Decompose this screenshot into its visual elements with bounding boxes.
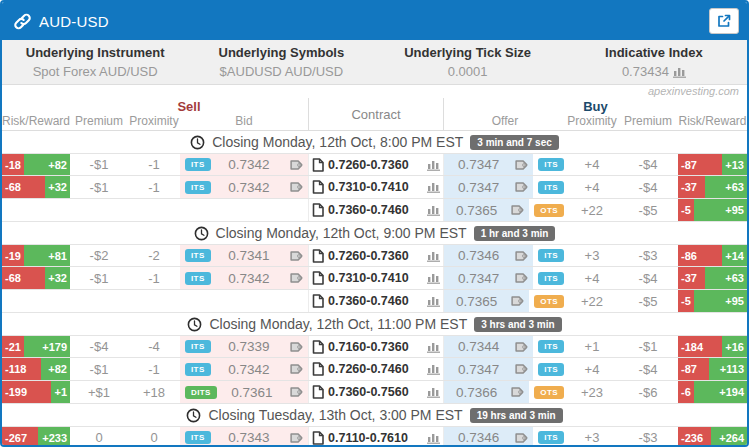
tag-icon[interactable] — [287, 270, 303, 286]
contract-row: -267 +233 0 0 ITS 0.7343 — [2, 426, 747, 447]
tag-icon[interactable] — [508, 384, 524, 400]
sell-risk-reward-bar: -267 +233 — [2, 427, 70, 447]
chart-icon[interactable] — [427, 272, 440, 284]
info-underlying-tick-size: Underlying Tick Size 0.0001 — [375, 45, 561, 80]
contract-cell[interactable]: 0.7360-0.7460 — [308, 290, 444, 312]
offer-price[interactable]: 0.7347 — [449, 157, 508, 172]
link-icon — [14, 13, 31, 30]
chart-icon[interactable] — [427, 250, 440, 262]
sell-premium: -$4 — [70, 336, 128, 357]
expiration-group: Closing Tuesday, 13th Oct, 3:00 PM EST 1… — [2, 404, 747, 447]
offer-price[interactable]: 0.7365 — [449, 203, 504, 218]
tag-icon[interactable] — [512, 157, 528, 173]
buy-reward: +63 — [705, 176, 747, 198]
countdown-badge: 19 hrs and 3 min — [470, 408, 563, 423]
chart-icon[interactable] — [673, 66, 686, 78]
tag-icon[interactable] — [512, 361, 528, 377]
col-sell-premium: Premium — [70, 114, 128, 130]
bid-cell: ITS 0.7339 — [180, 336, 308, 357]
bid-price[interactable]: 0.7342 — [215, 180, 283, 195]
buy-proximity: +1 — [566, 336, 618, 357]
bid-price[interactable]: 0.7343 — [215, 430, 283, 445]
buy-risk: -37 — [678, 176, 705, 198]
sell-premium: 0 — [70, 427, 128, 447]
contract-cell[interactable]: 0.7360-0.7460 — [308, 199, 444, 221]
contract-cell[interactable]: 0.7260-0.7460 — [308, 358, 444, 380]
offer-group: 0.7347 — [444, 267, 533, 289]
tag-icon[interactable] — [287, 384, 303, 400]
col-buy-premium: Premium — [618, 114, 678, 130]
buy-status-badge: OTS — [534, 386, 564, 399]
chart-icon[interactable] — [427, 159, 440, 171]
col-sell-proximity: Proximity — [128, 114, 180, 130]
sell-proximity: -4 — [128, 336, 180, 357]
popout-button[interactable] — [709, 8, 739, 34]
offer-group: 0.7344 — [444, 336, 533, 357]
tag-icon[interactable] — [287, 339, 303, 355]
sell-risk-reward-bar: -19 +81 — [2, 245, 70, 266]
offer-cell-wrap: 0.7365 OTS — [444, 199, 566, 221]
contract-row: 0.7360-0.7460 0.7365 — [2, 290, 747, 313]
order-ticket-icon — [312, 431, 324, 445]
contract-cell[interactable]: 0.7160-0.7360 — [308, 336, 444, 357]
tag-icon[interactable] — [287, 179, 303, 195]
tag-icon[interactable] — [508, 293, 524, 309]
offer-price[interactable]: 0.7365 — [449, 294, 504, 309]
bid-price[interactable]: 0.7342 — [215, 271, 283, 286]
sell-proximity: -1 — [128, 267, 180, 289]
buy-premium: -$3 — [618, 245, 678, 266]
chart-icon[interactable] — [427, 295, 440, 307]
sell-proximity: +18 — [128, 381, 180, 403]
tag-icon[interactable] — [512, 430, 528, 446]
bid-price[interactable]: 0.7361 — [221, 385, 283, 400]
contract-cell[interactable]: 0.7310-0.7410 — [308, 176, 444, 198]
bid-price[interactable]: 0.7342 — [215, 157, 283, 172]
offer-price[interactable]: 0.7366 — [449, 385, 504, 400]
offer-price[interactable]: 0.7347 — [449, 362, 508, 377]
offer-price[interactable]: 0.7344 — [449, 339, 508, 354]
bid-price[interactable]: 0.7339 — [215, 339, 283, 354]
chart-icon[interactable] — [427, 432, 440, 444]
bid-cell: ITS 0.7343 — [180, 427, 308, 447]
contract-cell[interactable]: 0.7260-0.7360 — [308, 245, 444, 266]
contract-cell[interactable]: 0.7310-0.7410 — [308, 267, 444, 289]
chart-icon[interactable] — [427, 204, 440, 216]
bid-price[interactable]: 0.7342 — [215, 362, 283, 377]
contract-cell[interactable]: 0.7110-0.7610 — [308, 427, 444, 447]
sell-proximity — [128, 290, 180, 312]
contract-cell[interactable]: 0.7260-0.7360 — [308, 154, 444, 175]
buy-premium: -$4 — [618, 267, 678, 289]
chart-icon[interactable] — [427, 181, 440, 193]
buy-premium: -$4 — [618, 154, 678, 175]
offer-price[interactable]: 0.7346 — [449, 248, 508, 263]
chart-icon[interactable] — [427, 386, 440, 398]
tag-icon[interactable] — [512, 179, 528, 195]
contract-range: 0.7360-0.7560 — [328, 385, 423, 399]
buy-risk-reward-cell: -236 +264 — [678, 427, 747, 447]
tag-icon[interactable] — [287, 430, 303, 446]
tag-icon[interactable] — [287, 361, 303, 377]
offer-price[interactable]: 0.7347 — [449, 271, 508, 286]
buy-risk-reward-bar: -184 +16 — [678, 336, 747, 357]
sell-risk-reward-cell: -18 +82 — [2, 154, 70, 175]
buy-reward: +194 — [694, 381, 747, 403]
tag-icon[interactable] — [287, 157, 303, 173]
sell-premium: -$1 — [70, 154, 128, 175]
contract-cell[interactable]: 0.7360-0.7560 — [308, 381, 444, 403]
chart-icon[interactable] — [427, 341, 440, 353]
chart-icon[interactable] — [427, 363, 440, 375]
tag-icon[interactable] — [508, 202, 524, 218]
sell-reward: +81 — [24, 245, 70, 266]
buy-status-badge: OTS — [534, 204, 564, 217]
countdown-badge: 3 min and 7 sec — [470, 135, 558, 150]
offer-price[interactable]: 0.7346 — [449, 430, 508, 445]
panel-header: AUD-USD — [2, 2, 747, 40]
bid-price[interactable]: 0.7341 — [215, 248, 283, 263]
offer-price[interactable]: 0.7347 — [449, 180, 508, 195]
tag-icon[interactable] — [287, 248, 303, 264]
tag-icon[interactable] — [512, 248, 528, 264]
tag-icon[interactable] — [512, 339, 528, 355]
tag-icon[interactable] — [512, 270, 528, 286]
sell-risk: -18 — [2, 154, 24, 175]
offer-cell: 0.7347 ITS — [444, 267, 566, 289]
